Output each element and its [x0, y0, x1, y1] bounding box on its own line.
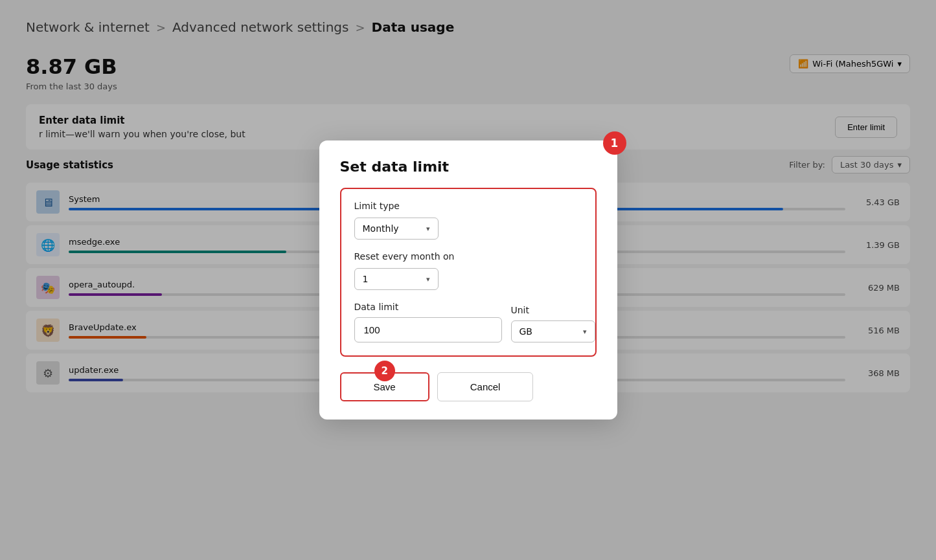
data-limit-input[interactable] — [354, 317, 502, 342]
limit-type-dropdown[interactable]: Monthly ▾ — [354, 218, 439, 240]
reset-chevron-icon: ▾ — [426, 275, 430, 284]
modal-overlay: 1 Set data limit Limit type Monthly ▾ Re… — [0, 0, 936, 560]
limit-type-label: Limit type — [354, 201, 582, 211]
unit-dropdown[interactable]: GB ▾ — [511, 320, 595, 342]
unit-chevron-icon: ▾ — [583, 328, 587, 336]
save-btn-wrap: 2 Save — [340, 372, 429, 401]
reset-section: Reset every month on 1 ▾ — [354, 251, 582, 290]
step2-badge: 2 — [374, 361, 395, 381]
data-limit-row: Data limit Unit GB ▾ — [354, 302, 582, 342]
dialog-form-section: Limit type Monthly ▾ Reset every month o… — [340, 188, 597, 357]
reset-day-value: 1 — [363, 274, 369, 284]
dialog-title: Set data limit — [340, 159, 597, 175]
data-limit-col: Data limit — [354, 302, 502, 342]
reset-day-dropdown[interactable]: 1 ▾ — [354, 268, 439, 290]
limit-type-chevron-icon: ▾ — [426, 225, 430, 233]
reset-label: Reset every month on — [354, 251, 582, 262]
unit-col: Unit GB ▾ — [511, 305, 582, 342]
set-data-limit-dialog: 1 Set data limit Limit type Monthly ▾ Re… — [319, 140, 617, 420]
limit-type-value: Monthly — [363, 223, 399, 234]
unit-value: GB — [519, 326, 532, 337]
cancel-button[interactable]: Cancel — [437, 372, 534, 401]
data-limit-label: Data limit — [354, 302, 502, 312]
unit-label: Unit — [511, 305, 582, 315]
dialog-footer: 2 Save Cancel — [340, 372, 597, 401]
step1-badge: 1 — [603, 131, 626, 155]
